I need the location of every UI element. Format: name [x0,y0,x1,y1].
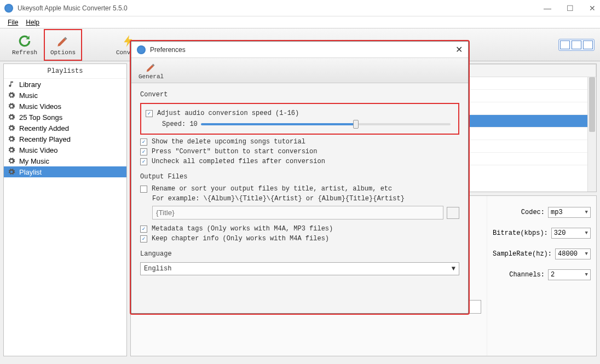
samplerate-select[interactable]: 48000▼ [555,249,591,259]
refresh-button[interactable]: Refresh [5,29,44,61]
show-delete-checkbox[interactable] [140,138,147,146]
section-convert: Convert [140,91,459,99]
press-convert-label: Press "Convert" button to start conversi… [152,148,317,155]
rename-example: For example: \{Album}\{Title}\{Artist} o… [140,195,459,203]
keep-chapter-checkbox[interactable] [140,235,147,242]
bitrate-label: Bitrate(kbps): [493,229,548,237]
preferences-dialog: Preferences ✕ General Convert Adjust aud… [131,41,469,314]
sidebar-item-label: Recently Added [19,124,69,132]
speed-slider[interactable] [201,123,451,125]
adjust-speed-label: Adjust audio conversion speed (1-16) [157,109,299,117]
sidebar-item-label: Music [19,91,38,100]
dialog-toolbar: General [131,58,468,83]
sidebar-item-label: Music Videos [19,102,61,111]
music-note-icon [7,80,16,89]
gear-icon [7,124,16,132]
view-switcher[interactable] [558,39,595,51]
sidebar-item-music[interactable]: Music [4,90,126,101]
sidebar-item-label: Playlist [19,168,42,176]
channels-label: Channels: [509,271,545,279]
section-output: Output Files [140,173,459,181]
keep-chapter-label: Keep chapter info (Only works with M4A f… [152,235,329,242]
maximize-button[interactable]: ☐ [567,4,574,13]
gear-icon [7,102,16,111]
gear-icon [7,135,16,143]
titlebar: Ukeysoft Apple Music Converter 5.5.0 — ☐… [0,0,600,16]
sidebar-item-recently-played[interactable]: Recently Played [4,134,126,145]
app-icon [4,4,13,13]
sidebar-item-25-top-songs[interactable]: 25 Top Songs [4,112,126,123]
sidebar-item-label: Recently Played [19,135,71,143]
close-button[interactable]: ✕ [589,4,596,13]
chevron-down-icon: ▼ [585,251,588,257]
rename-sort-label: Rename or sort your output files by titl… [152,185,392,193]
options-button[interactable]: Options [44,29,82,61]
channels-select[interactable]: 2▼ [548,269,591,280]
minimize-button[interactable]: — [544,4,551,13]
sidebar-item-label: Music Video [19,146,58,154]
sidebar-item-label: My Music [19,157,49,165]
view-3-icon[interactable] [583,41,593,49]
dialog-title: Preferences [150,46,186,54]
scrollbar-thumb[interactable] [589,77,595,132]
dialog-icon [137,45,146,54]
refresh-icon [18,34,32,48]
sidebar-item-music-videos[interactable]: Music Videos [4,101,126,112]
codec-select[interactable]: mp3▼ [548,207,591,218]
metadata-tags-checkbox[interactable] [140,226,147,233]
gear-icon [7,113,16,122]
menu-help[interactable]: Help [26,19,39,26]
sidebar: Playlists LibraryMusicMusic Videos25 Top… [3,63,127,356]
metadata-tags-label: Metadata tags (Only works with M4A, MP3 … [152,225,333,233]
slider-handle[interactable] [353,120,359,129]
menu-file[interactable]: File [8,19,18,26]
browse-button[interactable] [447,207,459,219]
codec-label: Codec: [521,209,545,216]
sidebar-item-recently-added[interactable]: Recently Added [4,123,126,134]
view-2-icon[interactable] [572,41,581,49]
sidebar-item-playlist[interactable]: Playlist [4,166,126,177]
sidebar-item-label: Library [19,80,41,89]
speed-highlight-box: Adjust audio conversion speed (1-16) Spe… [140,103,459,135]
uncheck-completed-label: Uncheck all completed files after conver… [152,158,325,165]
options-label: Options [50,49,76,56]
general-icon [136,61,166,73]
sidebar-header: Playlists [4,64,126,79]
app-title: Ukeysoft Apple Music Converter 5.5.0 [18,4,128,12]
adjust-speed-checkbox[interactable] [146,110,153,117]
rename-sort-checkbox[interactable] [140,186,147,193]
sidebar-item-label: 25 Top Songs [19,113,62,122]
sidebar-item-my-music[interactable]: My Music [4,155,126,166]
rename-pattern-input[interactable] [152,206,443,219]
gear-icon [7,167,16,176]
bitrate-select[interactable]: 320▼ [551,228,591,239]
tab-general[interactable]: General [136,61,166,80]
view-1-icon[interactable] [560,41,570,49]
gear-icon [7,91,16,100]
dialog-titlebar: Preferences ✕ [131,42,468,58]
scrollbar-vertical[interactable] [587,77,596,192]
sidebar-item-music-video[interactable]: Music Video [4,145,126,155]
gear-icon [7,157,16,165]
dialog-close-button[interactable]: ✕ [455,44,463,55]
press-convert-checkbox[interactable] [140,148,147,155]
chevron-down-icon: ▼ [585,230,588,236]
refresh-label: Refresh [12,49,37,56]
show-delete-label: Show the delete upcoming songs tutorial [152,138,305,146]
sidebar-item-library[interactable]: Library [4,79,126,90]
menubar: File Help [0,16,600,28]
chevron-down-icon: ▼ [585,210,588,215]
options-icon [56,34,70,48]
speed-label: Speed: 10 [162,120,198,128]
uncheck-completed-checkbox[interactable] [140,158,147,165]
language-select[interactable]: English ▼ [140,262,459,275]
chevron-down-icon: ▼ [585,272,588,278]
gear-icon [7,146,16,154]
samplerate-label: SampleRate(hz): [493,250,552,258]
section-language: Language [140,250,459,258]
chevron-down-icon: ▼ [452,265,455,273]
